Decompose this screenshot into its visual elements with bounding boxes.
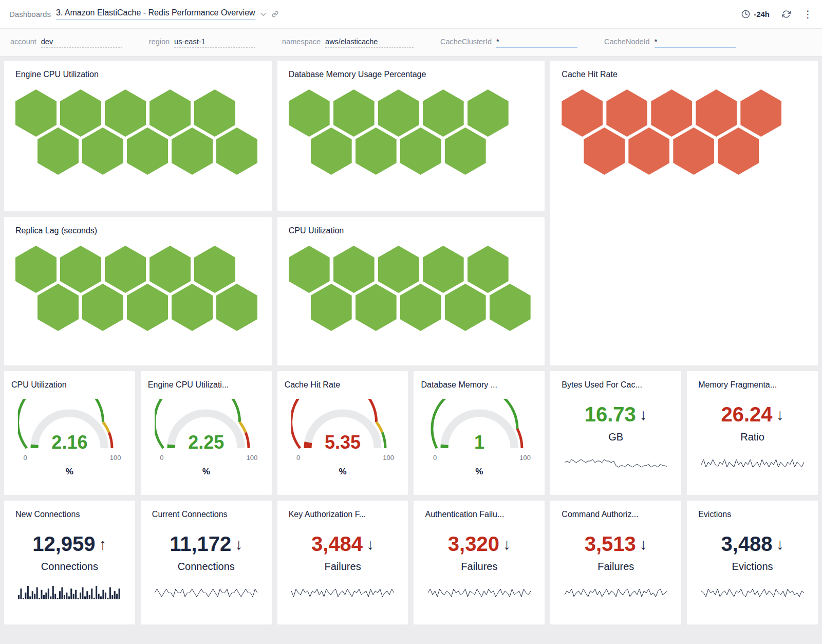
hexagon-cell[interactable] — [400, 127, 441, 175]
filter-label: namespace — [282, 38, 321, 46]
hexagon-cell[interactable] — [38, 127, 79, 175]
hex-row — [311, 284, 534, 331]
gauge-unit: % — [285, 467, 401, 477]
filter-label: CacheNodeId — [604, 38, 650, 46]
filter-bar: account dev region us-east-1 namespace a… — [0, 29, 822, 57]
trend-arrow-icon: ↓ — [640, 406, 647, 424]
panel-title: CPU Utilization — [11, 380, 128, 390]
panel-replica-lag: Replica Lag (seconds) — [4, 217, 272, 365]
kebab-menu-icon[interactable]: ⋮ — [803, 9, 813, 19]
panel-title: Cache Hit Rate — [562, 70, 807, 79]
panel-title: Bytes Used For Cac... — [562, 380, 670, 390]
hexagon-cell[interactable] — [673, 127, 714, 175]
hexagon-cell[interactable] — [445, 127, 486, 175]
panel-title: New Connections — [15, 510, 124, 519]
hexagon-cell[interactable] — [172, 127, 213, 175]
filter-value-input[interactable]: * — [655, 38, 736, 48]
hexagon-cell[interactable] — [490, 284, 531, 331]
panel-title: Evictions — [698, 510, 807, 519]
panel-title: Current Connections — [152, 510, 260, 519]
filter-account[interactable]: account dev — [10, 38, 122, 48]
top-bar-right: -24h ⋮ — [741, 9, 813, 19]
stat-number: 3,488 — [721, 532, 773, 556]
stat-number: 3,484 — [311, 532, 363, 556]
panel-current-connections: Current Connections 11,172 ↓ Connections — [141, 501, 272, 624]
sparkline-chart — [562, 585, 670, 599]
panel-title: Key Authorization F... — [289, 510, 397, 519]
filter-namespace[interactable]: namespace aws/elasticache — [282, 38, 414, 48]
hexagon-cell[interactable] — [82, 127, 123, 175]
hexagon-cell[interactable] — [356, 127, 397, 175]
trend-arrow-icon: ↓ — [366, 536, 374, 553]
panel-command-authorization-failures: Command Authoriz... 3,513 ↓ Failures — [550, 501, 681, 624]
hexagon-cell[interactable] — [82, 284, 123, 331]
trend-arrow-icon: ↓ — [776, 536, 784, 553]
filter-region[interactable]: region us-east-1 — [149, 38, 255, 48]
hexagon-cell[interactable] — [584, 127, 625, 175]
sparkline-chart — [289, 585, 397, 599]
hexagon-cell[interactable] — [38, 284, 79, 331]
gauge-chart: 5.35 0 100 — [291, 399, 394, 452]
panel-cpu-utilization-gauge: CPU Utilization 2.16 0 100 % — [4, 371, 135, 495]
sparkline-chart — [698, 455, 807, 470]
filter-value-input[interactable]: aws/elasticache — [325, 38, 414, 48]
gauge-value: 2.16 — [18, 432, 121, 453]
top-bar: Dashboards 3. Amazon ElastiCache - Redis… — [0, 0, 822, 29]
hexagon-cell[interactable] — [400, 284, 441, 331]
trend-arrow-icon: ↓ — [503, 536, 511, 553]
sparkline-chart — [152, 585, 260, 599]
hexagon-cell[interactable] — [216, 284, 257, 331]
hexagon-cell[interactable] — [356, 284, 397, 331]
chevron-down-icon[interactable] — [260, 12, 266, 16]
stat-number: 16.73 — [585, 403, 636, 426]
dashboard-title[interactable]: 3. Amazon ElastiCache - Redis Performanc… — [56, 8, 255, 20]
time-range-label: -24h — [754, 10, 770, 19]
stat-value: 3,488 ↓ — [698, 532, 807, 556]
gauge-max-label: 100 — [110, 454, 121, 462]
honeycomb-chart — [562, 89, 807, 175]
breadcrumb[interactable]: Dashboards — [9, 10, 51, 19]
stat-number: 3,513 — [585, 532, 636, 556]
refresh-icon[interactable] — [782, 10, 791, 19]
filter-cachenodeid[interactable]: CacheNodeId * — [604, 38, 736, 48]
panel-cache-hit-rate-gauge: Cache Hit Rate 5.35 0 100 % — [277, 371, 408, 495]
hex-row — [311, 127, 534, 175]
hexagon-cell[interactable] — [216, 127, 257, 175]
stat-unit: Connections — [15, 561, 124, 573]
stat-value: 16.73 ↓ — [562, 403, 670, 426]
gauge-chart: 2.25 0 100 — [155, 399, 257, 452]
hexagon-cell[interactable] — [127, 284, 168, 331]
link-icon[interactable] — [271, 10, 279, 18]
panel-cache-hit-rate-honeycomb: Cache Hit Rate — [550, 61, 818, 365]
stat-value: 26.24 ↓ — [698, 403, 807, 426]
filter-value-input[interactable]: * — [496, 38, 577, 48]
hexagon-cell[interactable] — [445, 284, 486, 331]
hexagon-cell[interactable] — [127, 127, 168, 175]
gauge-min-label: 0 — [433, 454, 437, 462]
filter-value-input[interactable]: us-east-1 — [174, 38, 255, 48]
stat-unit: Ratio — [698, 431, 807, 443]
time-range-picker[interactable]: -24h — [741, 10, 770, 19]
stat-unit: Failures — [289, 561, 397, 573]
clock-icon — [741, 10, 750, 19]
filter-label: account — [10, 38, 36, 46]
stat-number: 11,172 — [170, 532, 231, 556]
trend-arrow-icon: ↓ — [235, 536, 242, 553]
filter-value-input[interactable]: dev — [41, 38, 122, 48]
hexagon-cell[interactable] — [311, 127, 352, 175]
panel-title: CPU Utilization — [289, 226, 534, 235]
panel-engine-cpu-utilization: Engine CPU Utilization — [4, 61, 272, 211]
hexagon-cell[interactable] — [628, 127, 669, 175]
filter-cacheclusterid[interactable]: CacheClusterId * — [440, 38, 577, 48]
hexagon-cell[interactable] — [718, 127, 759, 175]
sparkline-chart — [562, 455, 670, 470]
panel-title: Cache Hit Rate — [285, 380, 401, 390]
stat-unit: Failures — [562, 561, 670, 573]
hexagon-cell[interactable] — [172, 284, 213, 331]
hex-row — [38, 284, 260, 331]
dashboard-grid: Engine CPU Utilization Database Memory U… — [0, 57, 822, 640]
hexagon-cell[interactable] — [311, 284, 352, 331]
stat-unit: Connections — [152, 561, 260, 573]
panel-title: Database Memory ... — [421, 380, 537, 390]
panel-database-memory-gauge: Database Memory ... 1 0 100 % — [414, 371, 545, 495]
